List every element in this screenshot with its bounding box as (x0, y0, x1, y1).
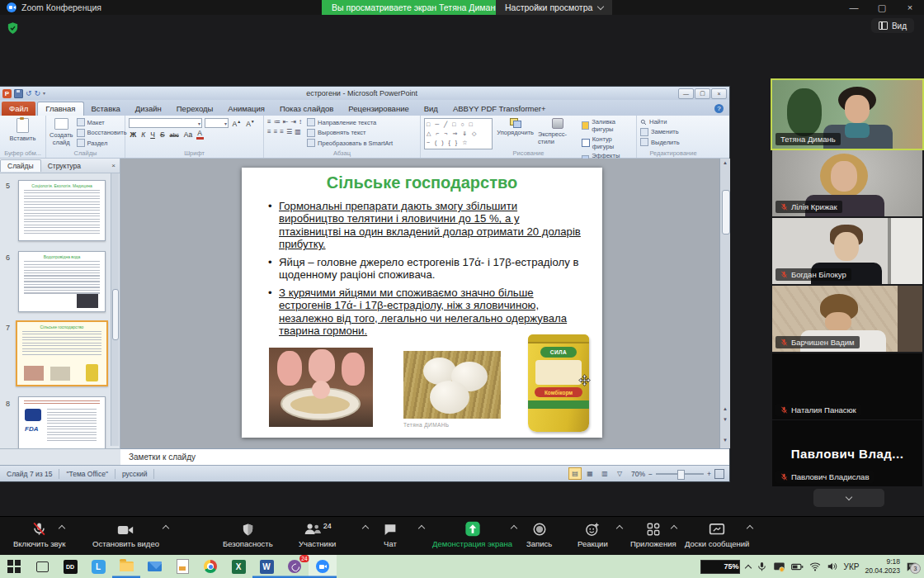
taskbar-word[interactable]: W (252, 555, 280, 578)
align-left-icon[interactable]: ≡ (267, 128, 271, 135)
zoom-out-button[interactable]: − (648, 470, 653, 478)
taskbar-excel[interactable]: X (224, 555, 252, 578)
tab-file[interactable]: Файл (2, 102, 35, 116)
video-options-chevron[interactable] (163, 525, 169, 532)
grow-font-button[interactable]: А▲ (231, 119, 243, 128)
zoom-slider[interactable] (656, 473, 704, 475)
tray-battery-icon[interactable] (791, 562, 804, 571)
tab-review[interactable]: Рецензирование (341, 102, 416, 116)
layout-button[interactable]: Макет (77, 118, 127, 126)
justify-icon[interactable]: ☰ (286, 128, 292, 135)
select-button[interactable]: Выделить (640, 138, 706, 146)
slide-thumbnail-5[interactable]: Соціологія. Екологія. Медицина (18, 180, 106, 241)
stop-video-button[interactable]: Остановить видео (92, 521, 159, 548)
find-button[interactable]: Найти (640, 118, 706, 126)
shapes-gallery[interactable]: □ ─ ╱ □ ○ □△ ⌐ ¬ ⇒ ⇓ ◇~ ( ) { } ☆ (424, 118, 493, 149)
panel-tab-outline[interactable]: Структура (41, 160, 87, 172)
indent-decrease-icon[interactable]: ⇤ (283, 118, 289, 126)
participants-options-chevron[interactable] (362, 525, 369, 532)
normal-view-button[interactable]: ▤ (568, 467, 582, 480)
fit-to-window-button[interactable] (714, 469, 724, 479)
smartart-button[interactable]: Преобразовать в SmartArt (307, 139, 393, 147)
taskbar-file-explorer[interactable] (112, 555, 140, 578)
underline-button[interactable]: Ч (149, 130, 157, 139)
ppt-minimize-button[interactable]: — (678, 88, 694, 99)
quick-styles-button[interactable]: Экспресс-стили (538, 118, 578, 145)
scroll-up-icon[interactable]: ▲ (720, 160, 730, 165)
help-icon[interactable]: ? (714, 104, 724, 113)
slide-scrollbar[interactable]: ▲ ▲ ▼ ▼ (719, 159, 730, 448)
tray-wifi-icon[interactable] (809, 561, 821, 571)
whiteboards-button[interactable]: Доски сообщений (685, 521, 749, 548)
font-name-combo[interactable]: ▾ (129, 118, 202, 128)
zoom-slider-thumb[interactable] (677, 470, 685, 480)
chat-button[interactable]: Чат (383, 521, 398, 548)
reset-button[interactable]: Восстановить (77, 129, 127, 137)
reactions-options-chevron[interactable] (616, 525, 623, 532)
clock-widget[interactable]: 9:18 20.04.2023 (865, 557, 900, 575)
taskbar-libreoffice[interactable] (168, 555, 196, 578)
replace-button[interactable]: Заменить (640, 128, 706, 136)
bold-button[interactable]: Ж (129, 130, 138, 139)
indent-increase-icon[interactable]: ⇥ (290, 118, 296, 126)
panel-close-icon[interactable]: × (111, 162, 120, 169)
more-participants-button[interactable] (813, 489, 884, 507)
chat-options-chevron[interactable] (418, 525, 425, 532)
minimize-button[interactable]: — (840, 0, 868, 15)
tab-home[interactable]: Главная (37, 102, 83, 116)
align-text-button[interactable]: Выровнять текст (307, 129, 393, 137)
taskbar-chrome[interactable] (196, 555, 224, 578)
reading-view-button[interactable]: ▥ (598, 467, 611, 480)
change-case-button[interactable]: Аа (182, 130, 194, 139)
tray-volume-icon[interactable] (827, 561, 838, 571)
participant-tile-tetyana[interactable]: Тетяна Димань (772, 80, 922, 149)
shrink-font-button[interactable]: А▼ (245, 119, 257, 128)
participant-tile-pavlovych[interactable]: Павлович Влад... Павлович Владислав (772, 420, 922, 486)
line-spacing-icon[interactable]: ↕ (299, 118, 302, 126)
previous-slide-icon[interactable]: ▲ (720, 406, 730, 411)
shape-fill-button[interactable]: Заливка фигуры (582, 118, 633, 133)
shadow-button[interactable]: abc (168, 132, 180, 138)
ppt-close-button[interactable]: × (711, 88, 727, 99)
tray-mic-icon[interactable] (757, 561, 767, 572)
scroll-down-icon[interactable]: ▼ (720, 438, 730, 443)
tab-insert[interactable]: Вставка (84, 102, 128, 116)
reactions-button[interactable]: Реакции (578, 521, 608, 548)
text-direction-button[interactable]: Направление текста (307, 118, 393, 126)
arrange-button[interactable]: Упорядочить (497, 118, 534, 136)
taskbar-zoom[interactable] (309, 555, 337, 578)
section-button[interactable]: Раздел (77, 139, 127, 147)
ppt-restore-button[interactable]: ▢ (695, 88, 710, 99)
bullets-icon[interactable]: ≡ (267, 118, 271, 126)
security-button[interactable]: Безопасность (223, 521, 273, 548)
participant-tile-liliya[interactable]: Лілія Крижак (772, 150, 922, 216)
notes-pane[interactable]: Заметки к слайду (120, 448, 729, 465)
tray-screen-share-icon[interactable] (773, 561, 785, 572)
taskbar-dolby[interactable]: DD (56, 555, 84, 578)
participant-tile-nataliya[interactable]: Наталия Панасюк (772, 353, 922, 419)
italic-button[interactable]: К (140, 130, 147, 139)
slide-canvas[interactable]: Сільське господарство •Гормональні препа… (242, 168, 602, 438)
align-center-icon[interactable]: ≡ (274, 128, 278, 135)
taskbar-viber[interactable]: 24 (280, 555, 309, 578)
tab-design[interactable]: Дизайн (128, 102, 169, 116)
start-button[interactable] (0, 555, 28, 578)
participants-button[interactable]: 24 Участники (299, 521, 336, 548)
paste-button[interactable]: Вставить (3, 118, 42, 142)
tab-animations[interactable]: Анимация (220, 102, 272, 116)
tab-abbyy[interactable]: ABBYY PDF Transformer+ (446, 102, 554, 116)
align-right-icon[interactable]: ≡ (280, 128, 284, 135)
share-screen-button[interactable]: Демонстрация экрана (432, 521, 512, 548)
slide-thumbnail-8[interactable]: FDA (18, 396, 106, 449)
slide-sorter-view-button[interactable]: ▦ (583, 467, 596, 480)
participant-tile-vadym[interactable]: Барчишен Вадим (772, 286, 922, 352)
notification-center-button[interactable]: 3 (906, 561, 917, 572)
strikethrough-button[interactable]: S (158, 130, 166, 139)
close-button[interactable]: × (896, 0, 924, 15)
tray-expand-chevron[interactable] (744, 564, 751, 571)
view-options-button[interactable]: Настройки просмотра (496, 0, 612, 15)
language-indicator[interactable]: УКР (844, 562, 860, 571)
tab-slideshow[interactable]: Показ слайдов (272, 102, 341, 116)
slide-thumbnail-7-current[interactable]: Сільське господарство (16, 320, 108, 386)
apps-button[interactable]: Приложения (630, 521, 676, 548)
